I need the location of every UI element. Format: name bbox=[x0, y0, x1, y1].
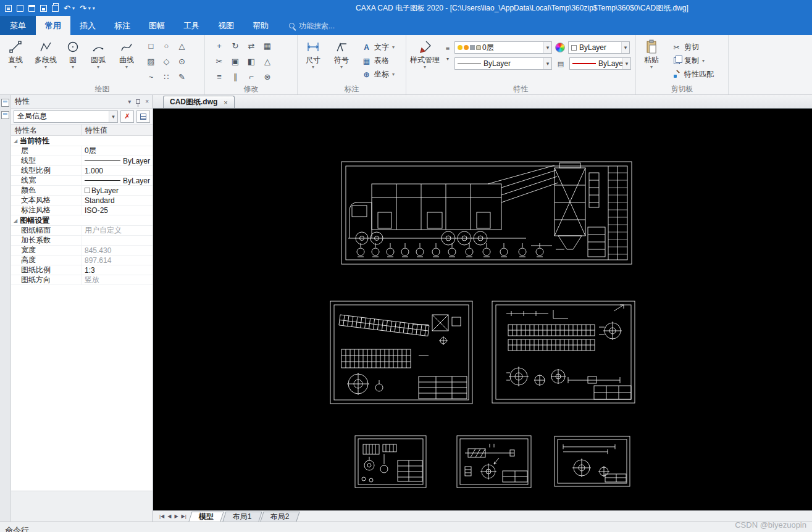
select-objects-button[interactable] bbox=[136, 110, 150, 123]
array-tool-icon[interactable]: ▦ bbox=[259, 38, 275, 54]
copy-button[interactable]: 复制 ▾ bbox=[669, 55, 716, 67]
layout-tab-model[interactable]: 模型 bbox=[188, 512, 224, 522]
color-combobox[interactable]: ByLayer ▾ bbox=[568, 41, 630, 54]
scope-dropdown-icon[interactable]: ▾ bbox=[109, 111, 117, 122]
prop-row-height[interactable]: 高度 897.614 bbox=[11, 256, 153, 265]
menu-tab-annotate[interactable]: 标注 bbox=[105, 16, 140, 35]
prop-row-layer[interactable]: 层 0层 bbox=[11, 146, 153, 156]
explode-tool-icon[interactable]: ⊗ bbox=[259, 69, 275, 85]
style-list-dropdown-icon[interactable]: ▾ bbox=[442, 56, 453, 62]
section-current-properties[interactable]: ◢ 当前特性 bbox=[11, 136, 153, 146]
layout-tab-layout2[interactable]: 布局2 bbox=[261, 512, 300, 522]
symbol-tool-button[interactable]: 符号 ▾ bbox=[327, 36, 356, 85]
layer-dropdown-icon[interactable]: ▾ bbox=[543, 42, 551, 53]
open-file-icon[interactable] bbox=[28, 3, 35, 13]
plot-icon[interactable] bbox=[52, 3, 59, 13]
panel-menu-icon[interactable]: ▾ bbox=[128, 99, 131, 105]
drawing-canvas[interactable] bbox=[153, 109, 812, 510]
move-tool-icon[interactable]: + bbox=[211, 38, 227, 54]
prop-row-orientation[interactable]: 图纸方向 竖放 bbox=[11, 275, 153, 285]
table-tool-button[interactable]: ▦ 表格 bbox=[359, 55, 397, 67]
redo-dropdown-icon[interactable]: ▾ bbox=[88, 3, 91, 13]
line-tool-button[interactable]: 直线 ▾ bbox=[1, 36, 30, 85]
copy-tool-icon[interactable]: ▣ bbox=[227, 54, 243, 69]
spline-tool-button[interactable]: 曲线 ▾ bbox=[112, 36, 141, 85]
text-dropdown-icon[interactable]: ▾ bbox=[392, 44, 395, 50]
nav-next-icon[interactable]: ▶ bbox=[174, 513, 178, 519]
paste-button[interactable]: 粘贴 ▾ bbox=[637, 36, 666, 85]
undo-dropdown-icon[interactable]: ▾ bbox=[72, 3, 75, 13]
copy-dropdown-icon[interactable]: ▾ bbox=[702, 58, 705, 64]
diamond-tool-icon[interactable]: ◇ bbox=[159, 54, 174, 69]
prop-row-linetype[interactable]: 线型 ByLayer bbox=[11, 156, 153, 166]
prop-row-sheet-size[interactable]: 图纸幅面 用户自定义 bbox=[11, 226, 153, 236]
command-line-label[interactable]: 命令行 bbox=[5, 526, 29, 532]
scale-tool-icon[interactable]: △ bbox=[259, 54, 275, 69]
undo-icon[interactable]: ↶ bbox=[64, 3, 70, 13]
trim-tool-icon[interactable]: ✂ bbox=[211, 54, 227, 69]
prop-row-color[interactable]: 颜色 ByLayer bbox=[11, 186, 153, 196]
circle-dropdown-icon[interactable]: ▾ bbox=[72, 64, 74, 70]
menu-tab-view[interactable]: 视图 bbox=[209, 16, 243, 35]
customize-toolbar-icon[interactable]: ▾ bbox=[93, 3, 95, 13]
save-icon[interactable] bbox=[40, 3, 47, 13]
section-sheet-settings[interactable]: ◢ 图幅设置 bbox=[11, 215, 153, 226]
redo-icon[interactable]: ↷ bbox=[80, 3, 86, 13]
color-dropdown-icon[interactable]: ▾ bbox=[621, 42, 629, 53]
search-input[interactable] bbox=[299, 22, 367, 30]
menu-button[interactable]: 菜单 bbox=[0, 16, 36, 35]
lineweight-combobox[interactable]: ByLayer ▾ bbox=[569, 57, 631, 70]
polyline-dropdown-icon[interactable]: ▾ bbox=[44, 64, 47, 70]
linetype-dropdown-icon[interactable]: ▾ bbox=[543, 58, 551, 69]
panel-close-icon[interactable]: × bbox=[145, 99, 149, 105]
match-properties-button[interactable]: 特性匹配 bbox=[669, 69, 716, 80]
color-picker-icon[interactable] bbox=[555, 43, 565, 52]
library-panel-tab-icon[interactable] bbox=[1, 111, 9, 119]
style-list-icon[interactable]: ≡ bbox=[442, 43, 453, 54]
hatch-tool-icon[interactable]: ▨ bbox=[143, 54, 159, 69]
ellipse-tool-icon[interactable]: ○ bbox=[159, 38, 174, 54]
paste-dropdown-icon[interactable]: ▾ bbox=[650, 64, 653, 70]
linewidth-icon[interactable]: ▤ bbox=[555, 58, 566, 69]
break-tool-icon[interactable]: ⌐ bbox=[243, 69, 259, 85]
offset-tool-icon[interactable]: ◧ bbox=[243, 54, 259, 69]
linetype-combobox[interactable]: ByLayer ▾ bbox=[454, 57, 552, 70]
circle-tool-button[interactable]: 圆 ▾ bbox=[62, 36, 84, 85]
dimension-tool-button[interactable]: 尺寸 ▾ bbox=[299, 36, 327, 85]
menu-tab-insert[interactable]: 插入 bbox=[70, 16, 105, 35]
coordinate-dropdown-icon[interactable]: ▾ bbox=[392, 72, 395, 77]
function-search[interactable] bbox=[289, 16, 367, 35]
menu-tab-sheet[interactable]: 图幅 bbox=[140, 16, 174, 35]
prop-row-extension-factor[interactable]: 加长系数 bbox=[11, 236, 153, 246]
document-tab-close-icon[interactable]: × bbox=[224, 99, 227, 106]
line-dropdown-icon[interactable]: ▾ bbox=[14, 64, 17, 70]
layout-tab-layout1[interactable]: 布局1 bbox=[222, 512, 262, 522]
menu-tab-help[interactable]: 帮助 bbox=[243, 16, 278, 35]
cut-button[interactable]: ✂ 剪切 bbox=[669, 41, 716, 53]
prop-row-text-style[interactable]: 文本风格 Standard bbox=[11, 196, 153, 206]
new-document-icon[interactable] bbox=[17, 3, 23, 13]
pattern-tool-icon[interactable]: ∷ bbox=[159, 69, 174, 85]
symbol-dropdown-icon[interactable]: ▾ bbox=[340, 64, 343, 70]
scope-combobox[interactable]: 全局信息 ▾ bbox=[14, 110, 118, 123]
spline-dropdown-icon[interactable]: ▾ bbox=[125, 64, 128, 70]
arc-tool-button[interactable]: 圆弧 ▾ bbox=[84, 36, 112, 85]
polyline-tool-button[interactable]: 多段线 ▾ bbox=[30, 36, 62, 85]
style-manager-button[interactable]: 样式管理 ▾ bbox=[408, 36, 442, 85]
stretch-tool-icon[interactable]: ∥ bbox=[227, 69, 243, 85]
sketch-tool-icon[interactable]: ✎ bbox=[174, 69, 190, 85]
properties-panel-tab-icon[interactable] bbox=[1, 99, 9, 107]
document-tab[interactable]: CAD图纸.dwg × bbox=[163, 96, 235, 108]
wave-tool-icon[interactable]: ~ bbox=[143, 69, 159, 85]
pin-icon[interactable] bbox=[136, 99, 140, 104]
style-manager-dropdown-icon[interactable]: ▾ bbox=[424, 64, 426, 70]
prop-row-dim-style[interactable]: 标注风格 ISO-25 bbox=[11, 206, 153, 215]
rectangle-tool-icon[interactable]: □ bbox=[143, 38, 159, 54]
lineweight-dropdown-icon[interactable]: ▾ bbox=[622, 58, 630, 69]
polygon-tool-icon[interactable]: △ bbox=[174, 38, 190, 54]
prop-row-linetype-scale[interactable]: 线型比例 1.000 bbox=[11, 166, 153, 176]
nav-last-icon[interactable]: ▶| bbox=[182, 513, 186, 519]
prop-row-width[interactable]: 宽度 845.430 bbox=[11, 246, 153, 256]
mirror-tool-icon[interactable]: ⇄ bbox=[243, 38, 259, 54]
dimension-dropdown-icon[interactable]: ▾ bbox=[312, 64, 314, 70]
